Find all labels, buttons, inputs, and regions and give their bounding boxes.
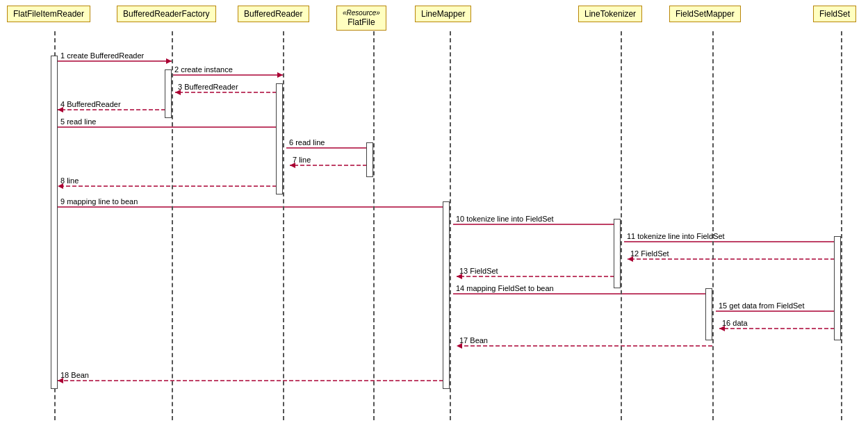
actor-lineMapper: LineMapper <box>415 6 471 22</box>
act-fsm1 <box>705 288 712 340</box>
lifeline-fieldSet <box>841 31 842 420</box>
lifeline-lineTokenizer <box>621 31 622 420</box>
svg-text:5 read line: 5 read line <box>60 117 96 126</box>
actor-lineTokenizer: LineTokenizer <box>578 6 642 22</box>
act-lm1 <box>443 201 450 389</box>
svg-marker-10 <box>58 107 63 113</box>
actor-bufferedFactory: BufferedReaderFactory <box>117 6 216 22</box>
svg-text:8 line: 8 line <box>60 176 79 185</box>
svg-marker-52 <box>58 378 63 383</box>
svg-marker-7 <box>175 90 181 95</box>
act-factory1 <box>165 69 172 118</box>
svg-text:1 create BufferedReader: 1 create BufferedReader <box>60 51 145 60</box>
svg-marker-19 <box>290 163 295 168</box>
svg-text:10 tokenize line into FieldSet: 10 tokenize line into FieldSet <box>456 215 554 223</box>
svg-text:16 data: 16 data <box>722 319 748 327</box>
svg-text:12 FieldSet: 12 FieldSet <box>630 249 669 258</box>
actor-resource: «Resource»FlatFile <box>336 6 386 31</box>
lifeline-fieldSetMapper <box>712 31 714 420</box>
svg-text:7 line: 7 line <box>293 156 311 164</box>
sequence-diagram: 1 create BufferedReader2 create instance… <box>0 0 868 423</box>
lifeline-resource <box>373 31 375 420</box>
svg-marker-4 <box>277 72 283 78</box>
act-fs1 <box>834 236 841 340</box>
act-br1 <box>276 83 283 194</box>
svg-text:11 tokenize line into FieldSet: 11 tokenize line into FieldSet <box>627 232 725 240</box>
svg-marker-49 <box>457 343 462 349</box>
act-lt1 <box>614 219 621 288</box>
svg-text:6 read line: 6 read line <box>289 138 325 147</box>
lifeline-lineMapper <box>450 31 451 420</box>
lifeline-bufferedFactory <box>172 31 173 420</box>
arrows-layer: 1 create BufferedReader2 create instance… <box>0 0 868 423</box>
actor-bufferedReader: BufferedReader <box>238 6 309 22</box>
act-flat1 <box>51 56 58 389</box>
svg-text:18 Bean: 18 Bean <box>60 371 89 379</box>
svg-text:14 mapping FieldSet to bean: 14 mapping FieldSet to bean <box>456 284 554 292</box>
svg-text:4 BufferedReader: 4 BufferedReader <box>60 100 121 108</box>
svg-text:9 mapping line to bean: 9 mapping line to bean <box>60 197 138 206</box>
svg-marker-46 <box>719 326 725 331</box>
svg-text:15 get data from FieldSet: 15 get data from FieldSet <box>719 301 805 310</box>
svg-text:13 FieldSet: 13 FieldSet <box>459 267 498 275</box>
svg-marker-34 <box>628 256 633 262</box>
svg-text:3 BufferedReader: 3 BufferedReader <box>178 83 238 91</box>
svg-text:17 Bean: 17 Bean <box>459 336 488 345</box>
svg-marker-37 <box>457 274 462 279</box>
actor-fieldSet: FieldSet <box>813 6 856 22</box>
svg-text:2 create instance: 2 create instance <box>174 65 233 74</box>
svg-marker-1 <box>166 58 172 64</box>
actor-fieldSetMapper: FieldSetMapper <box>669 6 741 22</box>
lifeline-bufferedReader <box>283 31 284 420</box>
svg-marker-22 <box>58 183 63 189</box>
act-res1 <box>366 142 373 177</box>
actor-flatfile: FlatFileItemReader <box>7 6 90 22</box>
